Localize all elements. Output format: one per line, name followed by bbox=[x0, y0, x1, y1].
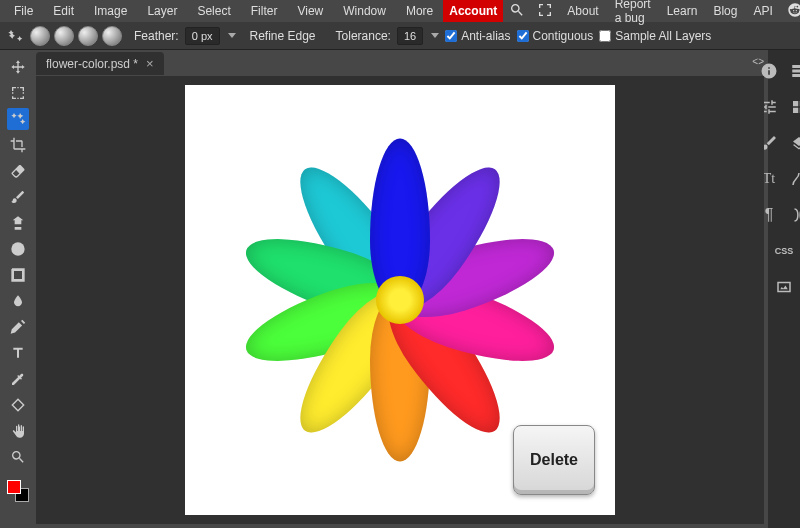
swatches-panel-icon[interactable] bbox=[786, 94, 800, 120]
selection-mode-new[interactable] bbox=[30, 26, 50, 46]
document-tabs: flower-color.psd * × bbox=[0, 50, 800, 76]
color-swatches[interactable] bbox=[7, 480, 29, 502]
canvas[interactable]: Delete bbox=[185, 85, 615, 515]
contiguous-label: Contiguous bbox=[533, 29, 594, 43]
flower-center bbox=[376, 276, 424, 324]
menu-bar: File Edit Image Layer Select Filter View… bbox=[0, 0, 800, 22]
feather-label: Feather: bbox=[134, 29, 179, 43]
tolerance-value[interactable]: 16 bbox=[397, 27, 423, 45]
glyphs-panel-icon[interactable] bbox=[786, 202, 800, 228]
brush-tool[interactable] bbox=[7, 186, 29, 208]
tolerance-stepper-icon[interactable] bbox=[431, 33, 439, 38]
selection-mode-subtract[interactable] bbox=[78, 26, 98, 46]
move-tool[interactable] bbox=[7, 56, 29, 78]
refine-edge-button[interactable]: Refine Edge bbox=[242, 27, 324, 45]
menu-view[interactable]: View bbox=[287, 0, 333, 22]
link-report-bug[interactable]: Report a bug bbox=[607, 0, 659, 25]
menu-image[interactable]: Image bbox=[84, 0, 137, 22]
history-panel-icon[interactable] bbox=[786, 58, 800, 84]
selection-mode-add[interactable] bbox=[54, 26, 74, 46]
shape-tool[interactable] bbox=[7, 238, 29, 260]
css-panel-icon[interactable]: CSS bbox=[771, 238, 797, 264]
type-tool[interactable] bbox=[7, 342, 29, 364]
image-panel-icon[interactable] bbox=[771, 274, 797, 300]
fullscreen-icon[interactable] bbox=[531, 2, 559, 21]
tolerance-label: Tolerance: bbox=[336, 29, 391, 43]
pen-tool[interactable] bbox=[7, 316, 29, 338]
feather-value[interactable]: 0 px bbox=[185, 27, 220, 45]
eraser-tool[interactable] bbox=[7, 160, 29, 182]
menu-more[interactable]: More bbox=[396, 0, 443, 22]
zoom-tool[interactable] bbox=[7, 446, 29, 468]
menu-file[interactable]: File bbox=[4, 0, 43, 22]
menu-window[interactable]: Window bbox=[333, 0, 396, 22]
magic-wand-tool[interactable] bbox=[7, 108, 29, 130]
search-icon[interactable] bbox=[503, 2, 531, 21]
link-learn[interactable]: Learn bbox=[659, 4, 706, 18]
antialias-checkbox[interactable]: Anti-alias bbox=[445, 29, 510, 43]
foreground-color-swatch[interactable] bbox=[7, 480, 21, 494]
reddit-icon[interactable] bbox=[781, 2, 800, 21]
menu-filter[interactable]: Filter bbox=[241, 0, 288, 22]
sample-all-label: Sample All Layers bbox=[615, 29, 711, 43]
magic-wand-small-icon bbox=[6, 27, 24, 45]
document-tab[interactable]: flower-color.psd * × bbox=[36, 52, 164, 75]
link-blog[interactable]: Blog bbox=[705, 4, 745, 18]
document-tab-label: flower-color.psd * bbox=[46, 57, 138, 71]
right-panels: Tt ¶ CSS bbox=[768, 50, 800, 528]
feather-stepper-icon[interactable] bbox=[228, 33, 236, 38]
delete-key-overlay: Delete bbox=[513, 425, 595, 495]
left-toolbar bbox=[6, 56, 30, 502]
sample-all-checkbox[interactable]: Sample All Layers bbox=[599, 29, 711, 43]
close-tab-icon[interactable]: × bbox=[146, 56, 154, 71]
hand-tool[interactable] bbox=[7, 420, 29, 442]
selection-mode-intersect[interactable] bbox=[102, 26, 122, 46]
blur-tool[interactable] bbox=[7, 290, 29, 312]
link-api[interactable]: API bbox=[745, 4, 780, 18]
ruler-tool[interactable] bbox=[7, 394, 29, 416]
eyedropper-tool[interactable] bbox=[7, 368, 29, 390]
link-about[interactable]: About bbox=[559, 4, 606, 18]
contiguous-checkbox[interactable]: Contiguous bbox=[517, 29, 594, 43]
path-panel-icon[interactable] bbox=[786, 166, 800, 192]
canvas-area: Delete bbox=[36, 76, 764, 524]
crop-tool[interactable] bbox=[7, 134, 29, 156]
menu-layer[interactable]: Layer bbox=[137, 0, 187, 22]
antialias-label: Anti-alias bbox=[461, 29, 510, 43]
gradient-tool[interactable] bbox=[7, 264, 29, 286]
options-bar: Feather: 0 px Refine Edge Tolerance: 16 … bbox=[0, 22, 800, 50]
menu-select[interactable]: Select bbox=[187, 0, 240, 22]
rect-select-tool[interactable] bbox=[7, 82, 29, 104]
layers-panel-icon[interactable] bbox=[786, 130, 800, 156]
clone-stamp-tool[interactable] bbox=[7, 212, 29, 234]
menu-edit[interactable]: Edit bbox=[43, 0, 84, 22]
menu-account[interactable]: Account bbox=[443, 0, 503, 22]
